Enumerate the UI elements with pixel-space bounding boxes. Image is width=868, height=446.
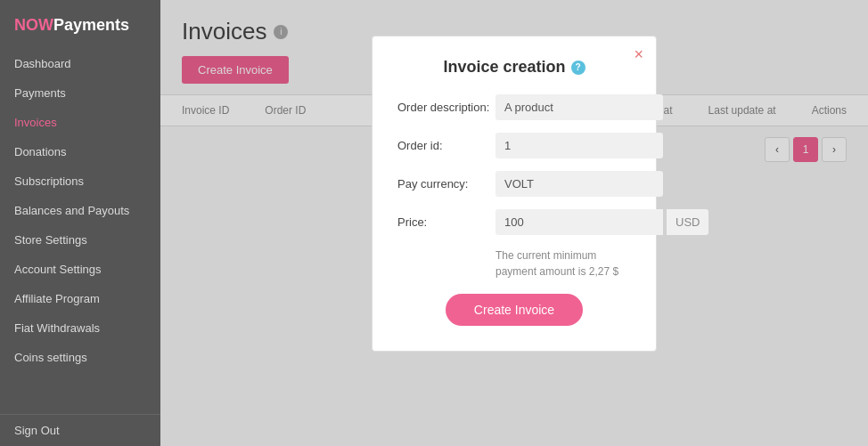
modal-overlay: × Invoice creation ? Order description: … xyxy=(160,0,868,446)
logo-now: NOW xyxy=(14,16,53,34)
sidebar-item-subscriptions[interactable]: Subscriptions xyxy=(0,166,160,196)
sidebar-item-fiat-withdrawals[interactable]: Fiat Withdrawals xyxy=(0,313,160,343)
order-description-input[interactable] xyxy=(495,94,663,120)
sidebar-nav: Dashboard Payments Invoices Donations Su… xyxy=(0,49,160,446)
price-input-group: USD xyxy=(495,209,708,235)
order-id-label: Order id: xyxy=(397,133,495,152)
sidebar-signout[interactable]: Sign Out xyxy=(0,414,160,446)
sidebar-item-invoices[interactable]: Invoices xyxy=(0,108,160,137)
sidebar-item-coins-settings[interactable]: Coins settings xyxy=(0,343,160,372)
sidebar-item-donations[interactable]: Donations xyxy=(0,137,160,166)
pay-currency-row: Pay currency: xyxy=(397,171,631,197)
price-currency-label: USD xyxy=(667,209,708,235)
pay-currency-label: Pay currency: xyxy=(397,171,495,191)
modal-close-button[interactable]: × xyxy=(634,45,643,64)
order-id-input[interactable] xyxy=(495,133,663,158)
sidebar-item-store-settings[interactable]: Store Settings xyxy=(0,225,160,255)
order-id-row: Order id: xyxy=(397,133,631,158)
sidebar-logo: NOWPayments xyxy=(0,0,160,49)
sidebar-item-account-settings[interactable]: Account Settings xyxy=(0,255,160,284)
order-description-row: Order description: xyxy=(397,94,631,120)
pay-currency-input[interactable] xyxy=(495,171,663,197)
sidebar-item-balances-payouts[interactable]: Balances and Payouts xyxy=(0,196,160,225)
modal-title: Invoice creation ? xyxy=(397,58,631,77)
sidebar-item-payments[interactable]: Payments xyxy=(0,78,160,108)
sidebar-item-affiliate-program[interactable]: Affiliate Program xyxy=(0,284,160,313)
logo-payments: Payments xyxy=(53,16,129,34)
invoice-creation-modal: × Invoice creation ? Order description: … xyxy=(372,36,657,352)
modal-create-invoice-button[interactable]: Create Invoice xyxy=(446,294,583,326)
sidebar: NOWPayments Dashboard Payments Invoices … xyxy=(0,0,160,446)
sidebar-item-dashboard[interactable]: Dashboard xyxy=(0,49,160,78)
main-content: Invoices i Create Invoice Invoice ID Ord… xyxy=(160,0,868,446)
order-description-label: Order description: xyxy=(397,94,495,114)
price-amount-input[interactable] xyxy=(495,209,663,235)
min-payment-note: The current minimum payment amount is 2,… xyxy=(397,247,631,280)
price-row: Price: USD xyxy=(397,209,631,235)
price-label: Price: xyxy=(397,209,495,229)
modal-help-icon[interactable]: ? xyxy=(571,61,585,75)
